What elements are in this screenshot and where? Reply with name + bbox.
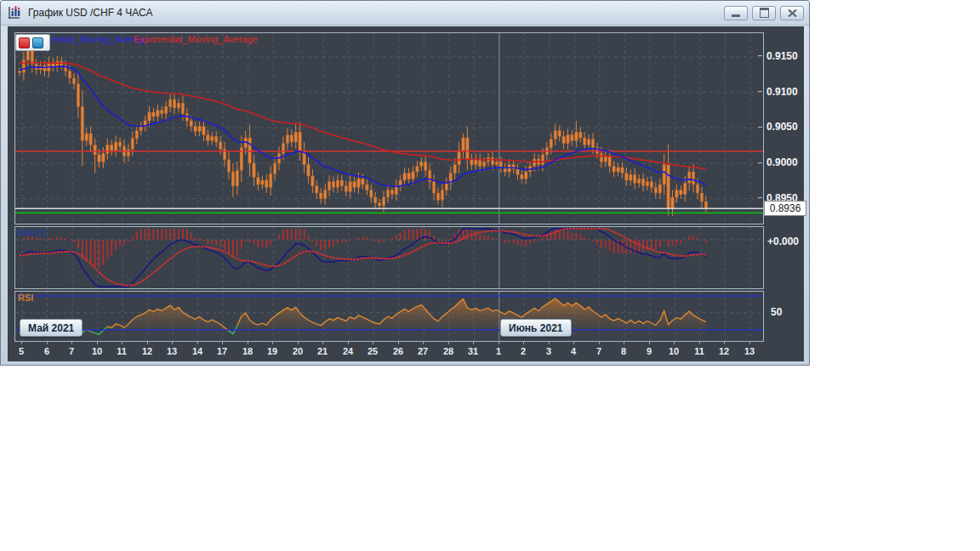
date-label: 28	[443, 346, 453, 356]
date-label: 27	[418, 346, 428, 356]
minimize-icon	[732, 14, 740, 17]
date-label: 19	[267, 346, 277, 356]
price-axis-label: 0.9100	[766, 86, 798, 98]
chart-window: График USD /CHF 4 ЧАСА ential_Moving_Ave…	[0, 0, 810, 366]
chart-app-icon	[6, 4, 23, 21]
date-label: 14	[192, 346, 202, 356]
date-label: 11	[694, 346, 704, 356]
price-axis-label: 0.9150	[766, 50, 798, 62]
date-label: 21	[317, 346, 328, 356]
date-label: 11	[117, 346, 127, 356]
close-icon	[788, 9, 797, 17]
title-bar[interactable]: График USD /CHF 4 ЧАСА	[1, 1, 809, 26]
maximize-button[interactable]	[752, 6, 776, 20]
close-button[interactable]	[780, 6, 804, 20]
window-controls	[724, 6, 804, 20]
main-chart-canvas[interactable]	[15, 33, 763, 224]
macd-zero-label: +0.000	[767, 236, 799, 247]
month-badge-june[interactable]: Июнь 2021	[500, 319, 572, 337]
date-label: 4	[571, 346, 576, 356]
date-label: 1	[496, 346, 501, 356]
date-label: 24	[343, 346, 353, 356]
minimize-button[interactable]	[724, 6, 748, 20]
window-title: График USD /CHF 4 ЧАСА	[28, 7, 152, 19]
price-axis-label: 0.9050	[766, 121, 798, 133]
red-square-button[interactable]	[19, 37, 30, 48]
date-label: 6	[44, 346, 49, 356]
date-label: 12	[719, 346, 729, 356]
macd-label: MACD	[18, 228, 46, 238]
main-chart-panel[interactable]	[14, 32, 764, 224]
macd-panel[interactable]	[14, 226, 764, 289]
date-label: 20	[293, 346, 303, 356]
ma-slow-legend: Exponential_Moving_Average	[134, 34, 258, 44]
date-label: 12	[142, 346, 152, 356]
macd-canvas[interactable]	[15, 227, 763, 288]
current-price-badge: 0.8936	[764, 201, 806, 216]
rsi-mid-label: 50	[771, 306, 782, 318]
date-label: 18	[242, 346, 253, 356]
date-label: 10	[92, 346, 102, 356]
chart-client-area: ential_Moving_Average Exponential_Moving…	[8, 26, 804, 361]
date-label: 10	[669, 346, 679, 356]
rsi-panel[interactable]	[14, 291, 764, 342]
date-label: 9	[647, 346, 652, 356]
blue-square-button[interactable]	[32, 37, 43, 48]
date-label: 13	[744, 346, 755, 356]
date-label: 2	[521, 346, 526, 356]
date-label: 7	[596, 346, 601, 356]
date-label: 8	[621, 346, 626, 356]
rsi-label: RSI	[18, 293, 33, 303]
date-label: 3	[546, 346, 551, 356]
chart-color-toolbar	[15, 34, 50, 51]
price-axis-label: 0.9000	[766, 156, 798, 168]
date-label: 31	[468, 346, 478, 356]
date-label: 17	[217, 346, 227, 356]
date-label: 13	[167, 346, 177, 356]
date-label: 26	[393, 346, 403, 356]
date-label: 5	[19, 346, 24, 356]
date-label: 25	[368, 346, 378, 356]
rsi-canvas[interactable]	[15, 292, 763, 341]
restore-icon	[760, 8, 769, 18]
month-badge-may[interactable]: Май 2021	[20, 319, 83, 337]
date-label: 7	[69, 346, 74, 356]
